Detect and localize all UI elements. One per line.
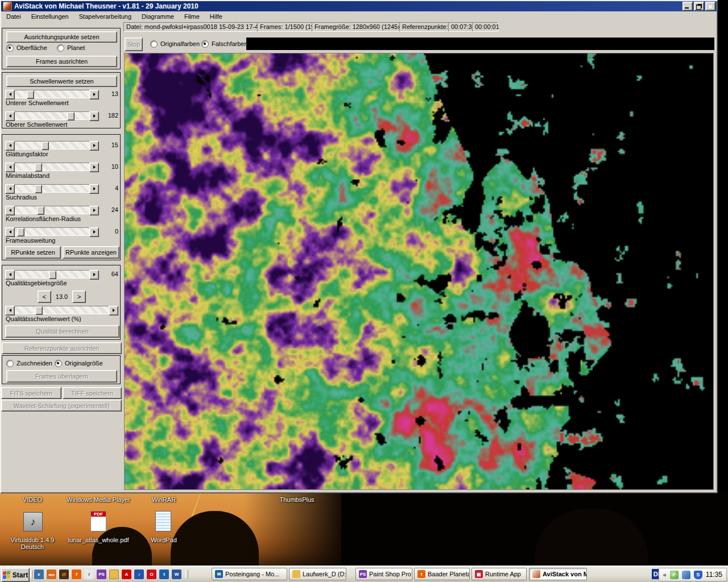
slider-track[interactable] — [15, 141, 89, 149]
task-runtime-app[interactable]: ▣ Runtime App — [471, 568, 527, 580]
slider-right-arrow-icon[interactable] — [89, 90, 99, 99]
slider-left-arrow-icon[interactable] — [5, 90, 15, 99]
menu-hilfe[interactable]: Hilfe — [205, 12, 228, 21]
set-thresholds-button[interactable]: Schwellenwerte setzen — [6, 76, 117, 87]
slider-track[interactable] — [15, 184, 89, 193]
slider-thumb[interactable] — [49, 271, 56, 279]
slider-left-arrow-icon[interactable] — [5, 227, 15, 237]
acrobat-pdf-icon[interactable]: A — [122, 569, 131, 579]
radio-originalfarben-icon[interactable] — [150, 40, 158, 48]
pdf-file-icon[interactable]: PDF — [90, 511, 106, 531]
start-button[interactable]: Start — [1, 568, 30, 582]
mode-oberflaeche[interactable]: Oberfläche — [6, 44, 47, 52]
slider-left-arrow-icon[interactable] — [5, 306, 15, 315]
mode-zuschneiden[interactable]: Zuschneiden — [6, 360, 52, 367]
desktop-icon-windows-media-player[interactable]: Windows Media Player — [63, 496, 134, 503]
app-orange-icon[interactable]: app — [47, 569, 56, 579]
slider-right-arrow-icon[interactable] — [89, 206, 99, 215]
slider-left-arrow-icon[interactable] — [5, 111, 15, 121]
desktop-icon-winrar[interactable]: WinRAR — [141, 496, 187, 503]
close-button[interactable]: × — [705, 2, 715, 11]
menu-diagramme[interactable]: Diagramme — [136, 12, 179, 21]
set-alignment-points-button[interactable]: Ausrichtungspunkte setzen — [6, 31, 117, 43]
slider-thumb[interactable] — [35, 306, 43, 315]
slider-left-arrow-icon[interactable] — [5, 163, 15, 172]
internet-explorer-icon[interactable]: e — [34, 569, 44, 579]
wavelet-sharpen-button[interactable]: Wavelet-Schärfung (experimentell) — [1, 400, 122, 411]
menu-datei[interactable]: Datei — [1, 12, 26, 21]
menu-stapelverarbeitung[interactable]: Stapelverarbeitung — [74, 12, 136, 21]
radio-zuschneiden-icon[interactable] — [6, 360, 14, 367]
tray-update-icon[interactable]: ✓ — [670, 571, 679, 579]
opera-icon[interactable]: O — [147, 569, 156, 579]
color-mode-original[interactable]: Originalfarben — [150, 40, 200, 48]
task-baader-planetarium[interactable]: f Baader Planetariu... — [414, 568, 470, 580]
stepper-increment-button[interactable]: > — [72, 290, 86, 303]
slider-thumb[interactable] — [67, 112, 75, 120]
slider-right-arrow-icon[interactable] — [89, 184, 99, 194]
minimize-button[interactable] — [682, 2, 693, 11]
slider-thumb[interactable] — [42, 142, 49, 150]
save-fits-button[interactable]: FITS speichern — [1, 387, 61, 399]
slider-track[interactable] — [15, 206, 89, 214]
slider-left-arrow-icon[interactable] — [5, 141, 15, 151]
slider-thumb[interactable] — [35, 185, 42, 193]
slider-right-arrow-icon[interactable] — [89, 227, 99, 237]
slider-track[interactable] — [15, 90, 89, 98]
align-frames-button[interactable]: Frames ausrichten — [6, 56, 117, 67]
slider-track[interactable] — [15, 111, 89, 120]
task-paint-shop-pro[interactable]: PS Paint Shop Pro - [... — [355, 568, 412, 580]
slider-track[interactable] — [15, 163, 89, 171]
slider-thumb[interactable] — [35, 163, 42, 172]
thunderbird-icon[interactable]: t — [159, 569, 169, 579]
slider-right-arrow-icon[interactable] — [89, 111, 99, 121]
desktop-icon-wordpad-label[interactable]: WordPad — [141, 537, 187, 543]
slider-left-arrow-icon[interactable] — [5, 206, 15, 215]
radio-planet-icon[interactable] — [57, 44, 64, 52]
tray-network-icon[interactable] — [682, 571, 690, 579]
set-rpoints-button[interactable]: RPunkte setzen — [5, 246, 61, 259]
slider-track[interactable] — [15, 227, 89, 236]
slider-left-arrow-icon[interactable] — [5, 184, 15, 194]
slider-right-arrow-icon[interactable] — [89, 270, 99, 280]
slider-left-arrow-icon[interactable] — [5, 270, 15, 280]
firefox-icon[interactable]: f — [72, 569, 81, 579]
menu-einstellungen[interactable]: Einstellungen — [26, 12, 74, 21]
slider-right-arrow-icon[interactable] — [89, 163, 99, 172]
desktop-icon-thumbsplus[interactable]: ThumbsPlus — [267, 496, 326, 503]
tray-spybot-icon[interactable]: S — [694, 571, 702, 579]
align-refpoints-button[interactable]: Referenzpunkte ausrichten — [2, 342, 122, 354]
overlay-frames-button[interactable]: Frames überlagern — [6, 370, 117, 383]
compute-quality-button[interactable]: Qualität berechnen — [5, 325, 119, 338]
task-posteingang[interactable]: ✉ Posteingang - Mo... — [212, 568, 287, 580]
restore-button[interactable] — [694, 2, 704, 11]
color-mode-falschfarben[interactable]: Falschfarben — [201, 40, 248, 48]
tray-chevron-icon[interactable]: « — [663, 571, 667, 578]
slider-track[interactable] — [15, 306, 109, 314]
wordpad-icon[interactable] — [155, 511, 171, 531]
desktop-icon-lunar-atlas-label[interactable]: lunar_atlas_whole.pdf — [59, 537, 138, 543]
task-avistack[interactable]: AviStack von M... — [529, 568, 587, 580]
pen-editor-icon[interactable]: / — [84, 569, 94, 579]
tray-clock[interactable]: 11:35 — [706, 571, 722, 579]
desktop-icon-virtualdub-label[interactable]: Virtualdub 1.4.9 Deutsch — [4, 537, 61, 550]
word-icon[interactable]: W — [172, 569, 181, 579]
stepper-decrement-button[interactable]: < — [38, 290, 51, 303]
mode-originalgroesse[interactable]: Originalgröße — [55, 360, 103, 367]
paint-shop-pro-icon[interactable]: PS — [97, 569, 106, 579]
folder-icon[interactable] — [109, 569, 119, 579]
show-rpoints-button[interactable]: RPunkte anzeigen — [63, 246, 119, 259]
slider-thumb[interactable] — [37, 206, 44, 215]
slider-thumb[interactable] — [27, 90, 34, 99]
slider-right-arrow-icon[interactable] — [89, 141, 99, 151]
virtualdub-icon[interactable]: ♪ — [23, 512, 43, 531]
mode-planet[interactable]: Planet — [57, 44, 85, 52]
slider-track[interactable] — [15, 270, 89, 278]
falsecolor-image[interactable] — [124, 53, 714, 490]
slider-right-arrow-icon[interactable] — [109, 306, 118, 315]
radio-falschfarben-icon[interactable] — [201, 40, 209, 48]
menu-filme[interactable]: Filme — [179, 12, 205, 21]
slider-thumb[interactable] — [17, 228, 24, 236]
media-player-icon[interactable]: ♪ — [134, 569, 144, 579]
title-bar[interactable]: AviStack von Michael Theusner - v1.81 - … — [1, 1, 717, 11]
